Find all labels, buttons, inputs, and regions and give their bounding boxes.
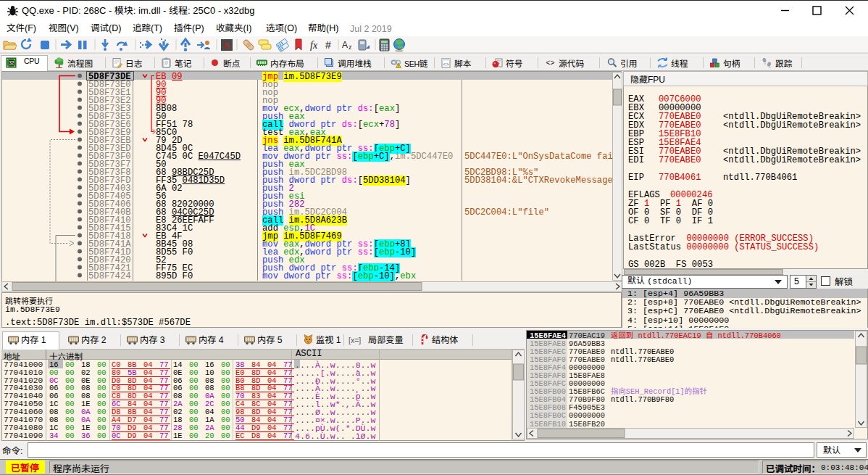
svg-text:32: 32 xyxy=(9,60,14,65)
svg-text:#: # xyxy=(325,39,331,51)
svg-text:fx: fx xyxy=(310,40,318,51)
svg-text:z: z xyxy=(349,44,352,51)
svg-text:S: S xyxy=(224,40,229,51)
svg-text:<>: <> xyxy=(443,62,448,67)
svg-text:<>: <> xyxy=(546,59,554,67)
svg-text:A: A xyxy=(342,40,348,50)
